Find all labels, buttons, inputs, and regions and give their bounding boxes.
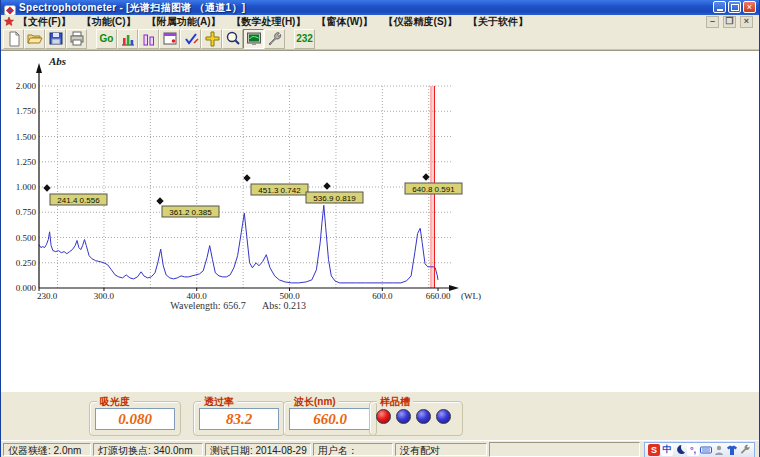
svg-text:2.000: 2.000: [16, 81, 37, 91]
chinese-mode-icon[interactable]: 中: [661, 444, 673, 456]
menu-item-file[interactable]: 【文件(F)】: [18, 16, 71, 27]
toolbar-spectrum-bars-button[interactable]: [117, 29, 138, 49]
status-panel-test-date: 测试日期: 2014-08-29: [205, 443, 311, 456]
tools-icon[interactable]: [739, 444, 751, 456]
sample-cell-label: 样品槽: [377, 395, 413, 409]
svg-text:300.0: 300.0: [94, 291, 115, 301]
minimize-button[interactable]: [713, 1, 726, 13]
status-panel-empty: [489, 442, 640, 457]
wavelength-value: 660.0: [289, 408, 371, 430]
restore-button[interactable]: [728, 1, 741, 13]
sogou-icon[interactable]: S: [648, 444, 660, 456]
svg-text:600.0: 600.0: [372, 291, 393, 301]
moon-icon[interactable]: [674, 444, 686, 456]
app-icon: [4, 2, 16, 13]
mdi-restore-button[interactable]: ❐: [723, 16, 736, 28]
transmittance-label: 透过率: [201, 395, 237, 409]
toolbar-edit-check-button[interactable]: [180, 29, 201, 49]
menu-item-about[interactable]: 【关于软件】: [468, 16, 528, 27]
open-file-icon: [27, 31, 43, 47]
peak-marker: [323, 182, 330, 189]
toolbar-rs232-button[interactable]: 232: [294, 29, 315, 49]
svg-text:0.500: 0.500: [16, 233, 37, 243]
wavelength-group: 波长(nm) 660.0: [283, 401, 377, 436]
absorbance-group: 吸光度 0.080: [89, 401, 181, 436]
peak-marker: [243, 174, 250, 181]
sample-cell-leds: [376, 409, 451, 424]
toolbar-wrench-button[interactable]: [264, 29, 285, 49]
transmittance-value: 83.2: [199, 408, 279, 430]
svg-text:660.00: 660.00: [426, 291, 451, 301]
status-bar: 仪器狭缝: 2.0nm灯源切换点: 340.0nm测试日期: 2014-08-2…: [1, 440, 759, 457]
monitor-icon: [246, 31, 262, 47]
menu-item-instrument-accuracy[interactable]: 【仪器精度(S)】: [384, 16, 457, 27]
status-panel-pairing: 没有配对: [395, 443, 487, 456]
punctuation-icon[interactable]: °,: [687, 444, 699, 456]
svg-text:451.3 0.742: 451.3 0.742: [258, 186, 301, 195]
toolbar-crosshair-ruler-button[interactable]: [201, 29, 222, 49]
title-bar: Spectrophotometer - [光谱扫描图谱 （通道1）] ×: [1, 0, 759, 15]
spectrum-curve: [39, 205, 438, 283]
histogram-purple-icon: [141, 31, 157, 47]
child-window-icon: [4, 17, 14, 27]
svg-text:230.0: 230.0: [37, 291, 58, 301]
svg-text:1.250: 1.250: [16, 157, 37, 167]
mdi-minimize-button[interactable]: –: [706, 16, 719, 28]
svg-text:Abs: 0.213: Abs: 0.213: [262, 300, 306, 311]
toolbar-zoom-button[interactable]: [222, 29, 243, 49]
toolbar: Go232: [1, 28, 759, 50]
application-window: Spectrophotometer - [光谱扫描图谱 （通道1）] × 【文件…: [1, 0, 759, 457]
sample-cell-2[interactable]: [396, 409, 411, 424]
menu-bar: 【文件(F)】【功能(C)】【附属功能(A)】【数学处理(H)】【窗体(W)】【…: [1, 15, 759, 28]
skin-icon[interactable]: [726, 444, 738, 456]
toolbar-save-file-button[interactable]: [45, 29, 66, 49]
svg-text:Wavelength: 656.7: Wavelength: 656.7: [170, 300, 245, 311]
window-view-icon: [162, 31, 178, 47]
sample-cell-1-active[interactable]: [376, 409, 391, 424]
absorbance-label: 吸光度: [97, 395, 133, 409]
spectrum-bars-icon: [120, 31, 136, 47]
menu-item-auxiliary[interactable]: 【附属功能(A)】: [147, 16, 221, 27]
crosshair-ruler-icon: [204, 31, 220, 47]
spectrum-plot[interactable]: 0.0000.2500.5000.7501.0001.2501.5001.750…: [1, 51, 760, 393]
svg-text:241.4 0.556: 241.4 0.556: [57, 196, 100, 205]
close-button[interactable]: ×: [743, 1, 756, 13]
svg-text:(WL): (WL): [461, 291, 481, 301]
status-panel-slit: 仪器狭缝: 2.0nm: [3, 443, 91, 456]
edit-check-icon: [183, 31, 199, 47]
svg-text:1.750: 1.750: [16, 106, 37, 116]
status-panel-user-name: 用户名：: [313, 443, 393, 456]
zoom-icon: [225, 31, 241, 47]
status-panel-lamp-switch-point: 灯源切换点: 340.0nm: [93, 443, 203, 456]
keyboard-icon[interactable]: [700, 444, 712, 456]
menu-item-function[interactable]: 【功能(C)】: [82, 16, 136, 27]
window-title: Spectrophotometer - [光谱扫描图谱 （通道1）]: [19, 1, 245, 15]
toolbar-open-file-button[interactable]: [24, 29, 45, 49]
toolbar-new-file-button[interactable]: [3, 29, 24, 49]
svg-text:536.9 0.819: 536.9 0.819: [313, 194, 356, 203]
new-file-icon: [6, 31, 22, 47]
peak-marker: [43, 184, 50, 191]
svg-text:361.2 0.385: 361.2 0.385: [169, 208, 212, 217]
transmittance-group: 透过率 83.2: [193, 401, 285, 436]
user-icon[interactable]: [713, 444, 725, 456]
sample-cell-4[interactable]: [436, 409, 451, 424]
menu-item-math-processing[interactable]: 【数学处理(H)】: [232, 16, 306, 27]
peak-marker: [156, 197, 163, 204]
toolbar-monitor-button[interactable]: [243, 29, 264, 49]
toolbar-histogram-purple-button[interactable]: [138, 29, 159, 49]
toolbar-window-view-button[interactable]: [159, 29, 180, 49]
menu-item-window[interactable]: 【窗体(W)】: [316, 16, 372, 27]
sample-cell-group: 样品槽: [369, 401, 463, 436]
sample-cell-3[interactable]: [416, 409, 431, 424]
svg-text:Abs: Abs: [48, 55, 66, 67]
svg-text:0.750: 0.750: [16, 207, 37, 217]
svg-text:0.000: 0.000: [16, 283, 37, 293]
toolbar-go-button[interactable]: Go: [96, 29, 117, 49]
absorbance-value: 0.080: [95, 408, 175, 430]
wrench-icon: [267, 31, 283, 47]
mdi-window-controls: – ❐ ×: [706, 16, 753, 28]
svg-text:640.8 0.591: 640.8 0.591: [412, 185, 455, 194]
toolbar-print-button[interactable]: [66, 29, 87, 49]
mdi-close-button[interactable]: ×: [740, 16, 753, 28]
